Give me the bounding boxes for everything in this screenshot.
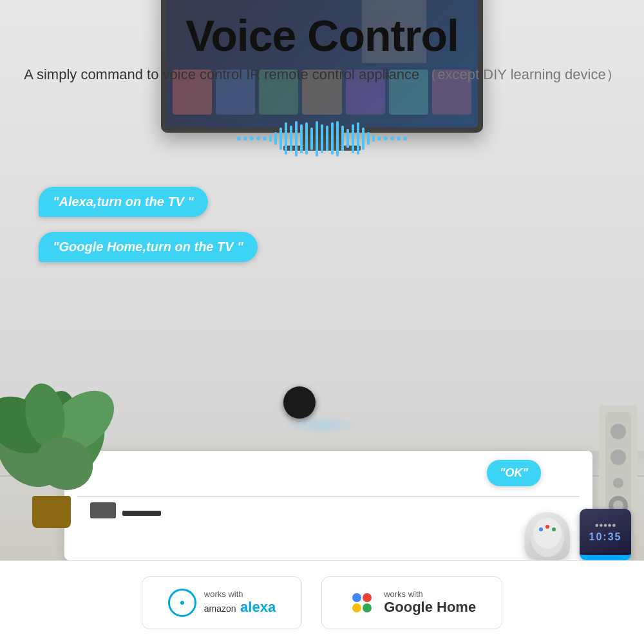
alexa-ring-icon (168, 589, 196, 617)
svg-point-23 (363, 603, 372, 612)
ok-bubble: "OK" (487, 460, 541, 486)
soundwave (0, 119, 644, 158)
wave-dot (256, 137, 260, 140)
alexa-dot-icon (180, 601, 184, 605)
page-title: Voice Control (0, 12, 644, 60)
wave-bar (346, 129, 349, 148)
ir-device-body (283, 386, 316, 419)
google-bubble: "Google Home,turn on the TV " (39, 232, 258, 262)
svg-point-16 (533, 518, 562, 549)
amazon-echo-dot-clock: ●●●●● 10:35 (580, 509, 631, 560)
plant-leaves (0, 309, 122, 502)
wave-bar (352, 124, 354, 153)
wave-dot (397, 137, 401, 140)
wave-bar (372, 135, 375, 142)
wave-bar (316, 121, 318, 156)
header-section: Voice Control A simply command to voice … (0, 12, 644, 85)
svg-point-11 (613, 478, 623, 488)
alexa-label: alexa (240, 599, 276, 615)
google-home-badge: works with Google Home (321, 576, 502, 629)
wave-bar (279, 128, 282, 150)
wave-bar (326, 126, 328, 151)
subtitle-light: （except DIY learning device） (419, 66, 620, 82)
living-room-scene: GONE GIRL "Alexa,turn on the TV " "Googl… (0, 148, 644, 560)
google-brand-label: Google Home (384, 599, 476, 616)
google-home-mini (525, 512, 570, 560)
amazon-label: amazon (204, 603, 236, 614)
wave-dot (250, 137, 254, 140)
svg-point-9 (611, 424, 626, 439)
wave-dot (237, 137, 241, 140)
alexa-brand: amazon alexa (204, 599, 276, 616)
wave-dot (243, 137, 247, 140)
shelf-divider (77, 496, 580, 497)
clock-display: 10:35 (589, 531, 622, 543)
wave-dot (384, 137, 388, 140)
compatibility-badges: works with amazon alexa works with Googl… (0, 560, 644, 644)
wave-bar (341, 126, 344, 151)
alexa-icon (168, 589, 196, 617)
shelf-item (122, 506, 161, 516)
wave-dot (377, 137, 381, 140)
google-badge-text: works with Google Home (384, 589, 476, 616)
alexa-bubble: "Alexa,turn on the TV " (39, 187, 208, 217)
svg-point-18 (545, 525, 549, 529)
wave-dot (390, 137, 394, 140)
svg-point-22 (352, 603, 361, 612)
subtitle-main: A simply command to voice control IR rem… (24, 66, 419, 82)
google-icon (348, 589, 376, 617)
plant-decoration (0, 309, 122, 528)
wave-bar (331, 122, 334, 155)
google-works-label: works with (384, 589, 476, 599)
svg-point-10 (611, 450, 626, 465)
wave-bar (336, 121, 339, 156)
wave-bar (300, 124, 303, 153)
wave-bar (290, 126, 292, 151)
alexa-works-label: works with (204, 589, 276, 599)
wave-bar (285, 122, 287, 155)
wave-bar (362, 128, 365, 150)
wave-bar (269, 135, 272, 142)
svg-point-17 (539, 527, 543, 531)
wave-bar (357, 122, 359, 155)
subtitle: A simply command to voice control IR rem… (0, 65, 644, 85)
wave-bar (295, 121, 298, 156)
svg-point-21 (363, 593, 372, 602)
flat-device (122, 511, 161, 516)
wave-bar (274, 132, 277, 145)
svg-point-19 (552, 527, 556, 531)
alexa-badge: works with amazon alexa (142, 576, 302, 629)
wave-bar (321, 124, 323, 153)
ir-glow (283, 415, 361, 435)
wave-bar (367, 132, 370, 145)
svg-point-20 (352, 593, 361, 602)
wave-dot (263, 137, 267, 140)
wave-dot (403, 137, 407, 140)
alexa-badge-text: works with amazon alexa (204, 589, 276, 616)
ir-blaster-device (283, 386, 361, 438)
wave-bar (305, 122, 308, 155)
wave-bar (310, 128, 313, 150)
smart-speakers: ●●●●● 10:35 (525, 509, 631, 560)
